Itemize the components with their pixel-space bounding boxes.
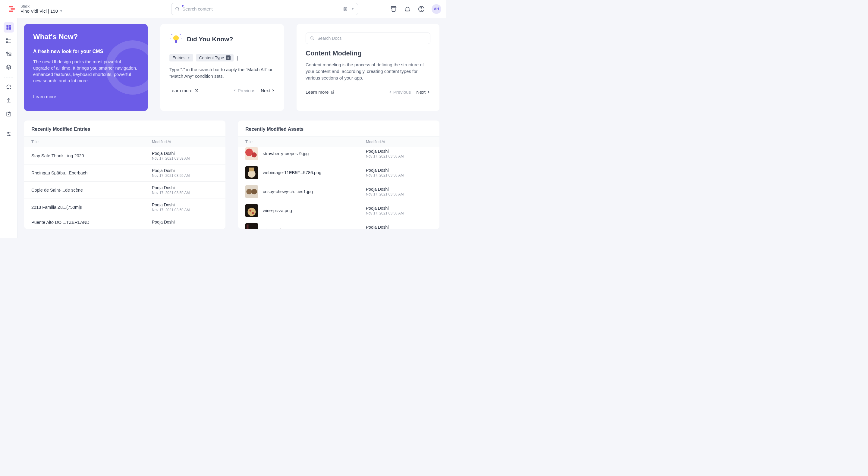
assets-heading: Recently Modified Assets [238,121,439,136]
modified-user: Pooja Doshi [366,187,432,192]
main: What's New? A fresh new look for your CM… [18,18,446,238]
table-row[interactable]: strawberry-crepes-9.jpg Pooja DoshiNov 1… [238,144,439,163]
svg-rect-56 [247,224,248,229]
sidebar-item-tasks[interactable] [4,109,14,119]
svg-rect-15 [6,41,7,42]
help-icon[interactable] [418,5,425,13]
svg-rect-5 [344,7,347,10]
svg-point-43 [252,153,257,158]
edit-icon: ≡ [226,56,230,60]
modified-user: Pooja Doshi [152,168,218,173]
recently-modified-assets: Recently Modified Assets Title Modified … [238,121,439,229]
whats-new-title: What's New? [33,33,138,41]
modified-user: Pooja Doshi [366,206,432,211]
search-input-wrap[interactable]: ▼ [171,3,358,15]
modified-date: Nov 17, 2021 03:59 AM [152,173,218,178]
bell-icon[interactable] [404,5,411,13]
stack-name: Vino Vidi Vici | 150 [21,8,58,13]
chevron-down-icon[interactable]: ▼ [351,7,354,10]
svg-line-36 [180,34,181,35]
modified-user: Pooja Doshi [152,185,218,190]
next-button[interactable]: Next [261,88,275,93]
recently-modified-entries: Recently Modified Entries Title Modified… [24,121,225,229]
docs-search-input[interactable] [317,36,426,41]
modified-date: Nov 17, 2021 03:58 AM [366,173,432,178]
modified-date: Nov 17, 2021 03:58 AM [366,192,432,196]
sidebar-item-content-types[interactable] [4,49,14,59]
logo[interactable] [5,5,19,13]
svg-point-31 [173,35,179,41]
table-row[interactable]: Stay Safe Thank...ing 2020 Pooja DoshiNo… [24,147,225,164]
docs-icon[interactable] [390,5,397,13]
save-icon[interactable] [343,7,348,11]
table-row[interactable]: Puente Alto DO ...TZERLAND Pooja Doshi [24,216,225,229]
svg-rect-1 [10,8,15,9]
svg-line-35 [171,34,172,35]
svg-point-52 [249,210,251,212]
previous-button[interactable]: Previous [233,88,255,93]
asset-thumbnail [245,204,258,217]
svg-rect-9 [6,25,8,28]
modified-user: Pooja Doshi [152,220,218,224]
next-button[interactable]: Next [416,90,430,95]
sidebar-item-assets[interactable] [4,62,14,72]
svg-point-53 [252,212,254,214]
table-row[interactable]: wine-pizza.png Pooja DoshiNov 17, 2021 0… [238,201,439,220]
tag-content-type[interactable]: Content Type ≡ [196,54,234,61]
svg-point-51 [248,208,256,216]
table-row[interactable]: webimage-11EB5F...5786.png Pooja DoshiNo… [238,163,439,182]
table-row[interactable]: crispy-chewy-ch...ies1.jpg Pooja DoshiNo… [238,182,439,201]
svg-point-25 [10,88,10,89]
modified-user: Pooja Doshi [366,168,432,172]
asset-thumbnail [245,185,258,198]
sidebar-item-dashboard[interactable] [4,22,14,33]
external-link-icon [331,90,335,94]
sidebar-item-publish-queue[interactable] [4,82,14,93]
asset-title: wine-pizza.png [263,208,366,213]
svg-point-23 [7,88,7,89]
tag-entries[interactable]: Entries ▼ [169,54,193,61]
did-you-know-title: Did You Know? [187,36,233,43]
know-learn-more[interactable]: Learn more [169,88,198,93]
entry-title: Rheingau Spätbu...Eberbach [31,170,152,175]
search-icon [175,7,180,11]
entry-title: 2013 Familia Zu...(750ml)! [31,205,152,210]
svg-rect-32 [175,40,177,42]
docs-learn-more[interactable]: Learn more [306,90,335,95]
table-row[interactable]: wine-pasta.png Pooja DoshiNov 17, 2021 0… [238,220,439,229]
sidebar-item-settings[interactable] [4,129,14,139]
card-docs: Content Modeling Content modeling is the… [297,24,439,111]
svg-rect-33 [175,42,177,43]
svg-line-4 [178,10,179,10]
svg-rect-30 [9,135,10,136]
previous-button[interactable]: Previous [389,90,411,95]
svg-rect-13 [6,38,7,39]
svg-rect-20 [9,55,11,56]
svg-point-39 [311,37,313,39]
table-row[interactable]: 2013 Familia Zu...(750ml)! Pooja DoshiNo… [24,199,225,216]
docs-search-wrap[interactable] [306,33,430,44]
table-row[interactable]: Rheingau Spätbu...Eberbach Pooja DoshiNo… [24,164,225,182]
stack-label: Stack [21,4,63,8]
asset-title: strawberry-crepes-9.jpg [263,151,366,156]
col-title: Title [31,139,152,144]
search-input[interactable] [182,6,343,11]
sidebar-item-entries[interactable] [4,36,14,46]
svg-rect-10 [9,25,11,27]
svg-rect-12 [6,28,8,30]
card-did-you-know: Did You Know? Entries ▼ Content Type ≡ T… [160,24,284,111]
svg-rect-2 [9,10,13,11]
sidebar-item-releases[interactable] [4,95,14,106]
table-row[interactable]: Copie de Saint-...de scène Pooja DoshiNo… [24,182,225,199]
avatar[interactable]: AH [432,4,441,14]
search-indicator-dot [182,5,184,7]
stack-selector[interactable]: Stack Vino Vidi Vici | 150 ▼ [21,4,63,13]
modified-user: Pooja Doshi [152,202,218,207]
modified-date: Nov 17, 2021 03:59 AM [152,156,218,161]
whats-new-learn-more[interactable]: Learn more [33,94,138,99]
modified-date: Nov 17, 2021 03:59 AM [152,208,218,212]
chevron-down-icon: ▼ [60,9,63,13]
asset-title: wine-pasta.png [263,227,366,229]
modified-user: Pooja Doshi [366,225,432,229]
svg-rect-28 [7,132,8,133]
